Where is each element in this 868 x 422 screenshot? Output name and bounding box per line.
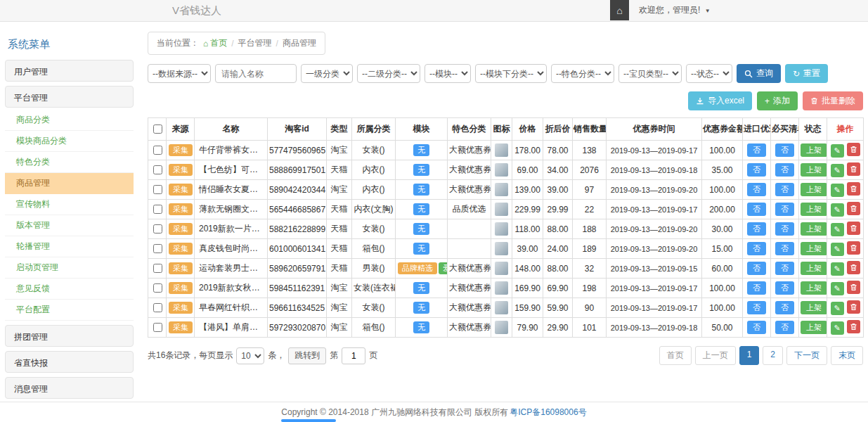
delete-button[interactable]	[847, 281, 860, 294]
row-checkbox[interactable]	[153, 244, 162, 253]
import-select-toggle[interactable]: 否	[747, 262, 766, 275]
status-button[interactable]: 上架	[801, 242, 827, 255]
sidebar-subitem[interactable]: 平台配置	[5, 300, 134, 321]
must-buy-toggle[interactable]: 否	[775, 222, 794, 236]
sidebar-subitem[interactable]: 轮播管理	[5, 236, 134, 257]
import-select-toggle[interactable]: 否	[747, 203, 766, 216]
add-button[interactable]: + 添加	[757, 91, 798, 110]
pager-button-5[interactable]: 末页	[831, 346, 863, 365]
row-checkbox[interactable]	[153, 224, 162, 234]
delete-button[interactable]	[847, 320, 860, 333]
row-checkbox[interactable]	[153, 283, 162, 293]
edit-button[interactable]: ✎	[831, 144, 844, 158]
page-size-select[interactable]: 10	[236, 347, 264, 364]
sidebar-subitem[interactable]: 版本管理	[5, 215, 134, 236]
sidebar-item-4[interactable]: 消息管理	[5, 377, 134, 399]
import-select-toggle[interactable]: 否	[747, 301, 766, 314]
sidebar-subitem[interactable]: 意见反馈	[5, 279, 134, 300]
row-checkbox[interactable]	[153, 205, 162, 214]
status-button[interactable]: 上架	[801, 301, 827, 314]
delete-button[interactable]	[847, 202, 860, 215]
delete-button[interactable]	[847, 261, 860, 274]
sidebar-subitem[interactable]: 启动页管理	[5, 257, 134, 279]
status-button[interactable]: 上架	[801, 143, 827, 157]
edit-button[interactable]: ✎	[831, 203, 844, 217]
batch-delete-button[interactable]: 批量删除	[803, 91, 863, 110]
sidebar-subitem[interactable]: 商品管理	[5, 173, 134, 194]
edit-button[interactable]: ✎	[831, 262, 844, 276]
sidebar-subitem[interactable]: 商品分类	[5, 110, 134, 131]
pager-button-2[interactable]: 1	[739, 346, 760, 365]
import-select-toggle[interactable]: 否	[747, 163, 766, 177]
icp-link[interactable]: 粤ICP备16098006号	[510, 407, 586, 418]
must-buy-toggle[interactable]: 否	[775, 262, 794, 275]
filter-select-7[interactable]: --宝贝类型--	[618, 64, 682, 83]
import-select-toggle[interactable]: 否	[747, 281, 766, 295]
pager-button-4[interactable]: 下一页	[786, 346, 827, 365]
name-search-input[interactable]	[215, 64, 297, 83]
sidebar-subitem[interactable]: 特色分类	[5, 152, 134, 173]
edit-button[interactable]: ✎	[831, 184, 844, 197]
delete-button[interactable]	[847, 143, 860, 156]
filter-select-2[interactable]: 一级分类	[301, 64, 353, 83]
row-checkbox[interactable]	[153, 146, 162, 155]
filter-select-5[interactable]: --模块下分类--	[475, 64, 547, 83]
jump-button[interactable]: 跳转到	[288, 347, 326, 364]
filter-select-8[interactable]: --状态--	[686, 64, 732, 83]
status-button[interactable]: 上架	[801, 183, 827, 196]
user-menu[interactable]: 欢迎您，管理员! ▼	[629, 0, 720, 20]
status-button[interactable]: 上架	[801, 281, 827, 295]
home-button[interactable]: ⌂	[610, 0, 629, 20]
page-jump-input[interactable]	[342, 347, 365, 364]
breadcrumb-home-link[interactable]: ⌂ 首页	[203, 37, 227, 49]
edit-button[interactable]: ✎	[831, 243, 844, 256]
search-button[interactable]: 查询	[737, 64, 781, 83]
must-buy-toggle[interactable]: 否	[775, 163, 794, 177]
must-buy-toggle[interactable]: 否	[775, 143, 794, 157]
sidebar-subitem[interactable]: 模块商品分类	[5, 131, 134, 152]
row-checkbox[interactable]	[153, 303, 162, 312]
reset-button[interactable]: ↻ 重置	[785, 64, 828, 83]
edit-button[interactable]: ✎	[831, 321, 844, 335]
import-select-toggle[interactable]: 否	[747, 321, 766, 334]
delete-button[interactable]	[847, 300, 860, 314]
import-select-toggle[interactable]: 否	[747, 183, 766, 196]
select-all-checkbox[interactable]	[153, 124, 162, 134]
must-buy-toggle[interactable]: 否	[775, 242, 794, 255]
edit-button[interactable]: ✎	[831, 282, 844, 295]
sidebar-item-0[interactable]: 用户管理	[5, 60, 134, 82]
edit-button[interactable]: ✎	[831, 164, 844, 177]
pager-button-1[interactable]: 上一页	[695, 346, 736, 365]
status-button[interactable]: 上架	[801, 222, 827, 236]
status-button[interactable]: 上架	[801, 262, 827, 275]
must-buy-toggle[interactable]: 否	[775, 301, 794, 314]
must-buy-toggle[interactable]: 否	[775, 183, 794, 196]
filter-select-6[interactable]: --特色分类--	[551, 64, 614, 83]
delete-button[interactable]	[847, 241, 860, 255]
row-checkbox[interactable]	[153, 185, 162, 194]
edit-button[interactable]: ✎	[831, 223, 844, 236]
horizontal-scrollbar-thumb[interactable]	[281, 419, 336, 422]
must-buy-toggle[interactable]: 否	[775, 321, 794, 334]
row-checkbox[interactable]	[153, 323, 162, 332]
import-select-toggle[interactable]: 否	[747, 242, 766, 255]
filter-select-0[interactable]: --数据来源--	[148, 64, 211, 83]
status-button[interactable]: 上架	[801, 321, 827, 334]
pager-button-3[interactable]: 2	[763, 346, 783, 365]
import-select-toggle[interactable]: 否	[747, 222, 766, 236]
sidebar-item-2[interactable]: 拼团管理	[5, 325, 134, 347]
delete-button[interactable]	[847, 182, 860, 196]
must-buy-toggle[interactable]: 否	[775, 281, 794, 295]
sidebar-item-1[interactable]: 平台管理	[5, 86, 134, 108]
delete-button[interactable]	[847, 222, 860, 235]
import-select-toggle[interactable]: 否	[747, 143, 766, 157]
status-button[interactable]: 上架	[801, 163, 827, 177]
import-excel-button[interactable]: 导入excel	[688, 91, 752, 110]
pager-button-0[interactable]: 首页	[659, 346, 692, 365]
sidebar-item-3[interactable]: 省直快报	[5, 351, 134, 373]
row-checkbox[interactable]	[153, 165, 162, 174]
filter-select-4[interactable]: --模块--	[425, 64, 471, 83]
filter-select-3[interactable]: --二级分类--	[357, 64, 420, 83]
edit-button[interactable]: ✎	[831, 302, 844, 315]
status-button[interactable]: 上架	[801, 203, 827, 216]
